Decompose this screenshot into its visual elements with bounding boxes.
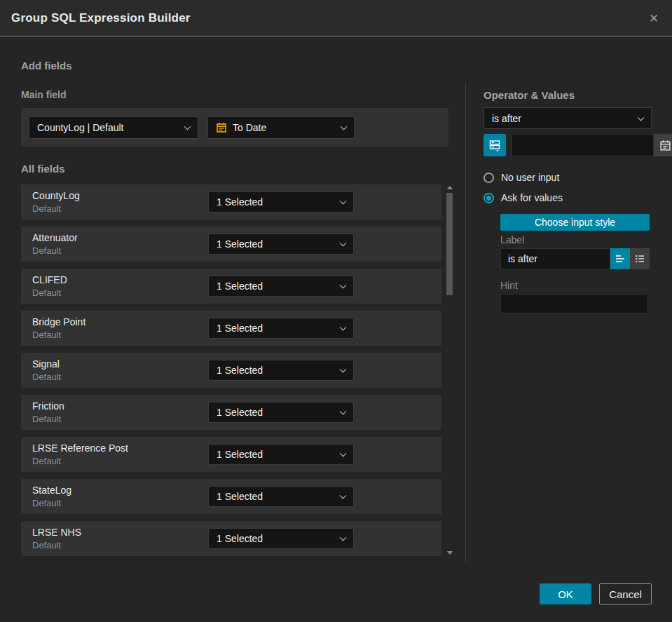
field-subtitle: Default [32,330,61,340]
list-scrollbar[interactable] [446,184,454,556]
date-picker-button[interactable] [654,134,672,156]
field-selection-dropdown[interactable]: 1 Selected [208,191,354,212]
field-selection-value: 1 Selected [217,238,263,250]
main-field-select-value: CountyLog | Default [37,122,124,133]
field-row: StateLog Default 1 Selected [21,479,441,514]
date-value-input[interactable] [512,134,654,156]
chevron-down-icon [341,123,348,130]
chevron-down-icon [340,408,347,415]
field-name: Friction [32,400,64,412]
radio-checked-icon[interactable] [484,193,494,203]
field-row: Bridge Point Default 1 Selected [21,311,441,346]
field-name: CountyLog [32,190,80,201]
field-selection-dropdown[interactable]: 1 Selected [208,486,354,507]
scrollbar-thumb[interactable] [446,193,453,295]
field-row: Attenuator Default 1 Selected [21,227,441,262]
field-selection-dropdown[interactable]: 1 Selected [208,402,354,423]
ok-button[interactable]: OK [540,583,591,604]
field-type-select[interactable]: To Date [207,116,355,139]
field-subtitle: Default [32,245,61,256]
cancel-button[interactable]: Cancel [599,583,652,604]
chevron-down-icon [340,450,347,457]
chevron-down-icon [340,282,347,289]
title-bar: Group SQL Expression Builder ✕ [0,0,672,36]
scroll-down-icon[interactable] [447,551,453,555]
field-subtitle: Default [32,203,61,214]
field-subtitle: Default [32,372,61,382]
value-input-row [484,134,652,156]
radio-ask-for-values[interactable]: Ask for values [484,192,563,203]
field-selection-value: 1 Selected [217,280,263,292]
chevron-down-icon [340,240,347,247]
field-selection-dropdown[interactable]: 1 Selected [208,528,354,549]
label-input-row [500,248,650,269]
field-selection-value: 1 Selected [217,196,263,208]
field-name: Signal [32,358,60,370]
field-row: CountyLog Default 1 Selected [21,184,441,219]
field-row: LRSE Reference Post Default 1 Selected [21,437,441,472]
chevron-down-icon [340,324,347,331]
hint-input[interactable] [500,294,648,313]
field-row: Signal Default 1 Selected [21,353,441,388]
field-subtitle: Default [32,498,61,508]
field-name: LRSE NHS [32,527,81,538]
scroll-up-icon[interactable] [447,186,453,189]
radio-no-user-input[interactable]: No user input [484,172,559,183]
list-label-style-button[interactable] [630,248,650,269]
stacked-values-icon [488,139,501,151]
value-source-toggle-button[interactable] [484,134,506,156]
operator-values-heading: Operator & Values [484,89,575,101]
field-selection-dropdown[interactable]: 1 Selected [208,360,354,381]
label-caption: Label [500,234,524,245]
field-row: CLIFED Default 1 Selected [21,269,441,304]
date-value-input-group [512,134,672,156]
field-name: Attenuator [32,232,78,243]
radio-ask-for-values-label: Ask for values [501,192,563,203]
field-selection-dropdown[interactable]: 1 Selected [208,444,354,465]
main-field-container: CountyLog | Default To Date [21,108,448,147]
field-subtitle: Default [32,540,61,550]
field-name: StateLog [32,485,71,496]
field-selection-value: 1 Selected [217,407,263,418]
close-icon[interactable]: ✕ [645,10,662,27]
chevron-down-icon [340,492,347,499]
field-selection-dropdown[interactable]: 1 Selected [208,276,354,297]
chevron-down-icon [340,366,347,373]
choose-input-style-button[interactable]: Choose input style [500,214,650,231]
main-field-select[interactable]: CountyLog | Default [29,116,198,139]
field-selection-value: 1 Selected [217,449,263,460]
field-name: CLIFED [32,274,67,285]
field-selection-value: 1 Selected [217,365,263,376]
add-fields-heading: Add fields [21,60,72,72]
radio-unchecked-icon[interactable] [484,173,494,183]
field-selection-value: 1 Selected [217,323,263,334]
field-row: LRSE NHS Default 1 Selected [21,521,441,556]
calendar-date-icon [216,122,227,133]
radio-no-user-input-label: No user input [501,172,559,183]
field-name: Bridge Point [32,316,85,327]
field-selection-dropdown[interactable]: 1 Selected [208,318,354,339]
all-fields-list: CountyLog Default 1 Selected Attenuator … [21,184,441,563]
align-left-icon [615,254,626,264]
chevron-down-icon [340,534,347,541]
field-selection-value: 1 Selected [217,491,263,502]
main-field-label: Main field [21,89,67,100]
calendar-icon [659,140,671,151]
field-selection-dropdown[interactable]: 1 Selected [208,234,354,255]
group-sql-expression-builder-dialog: Group SQL Expression Builder ✕ Add field… [0,0,672,622]
dialog-title: Group SQL Expression Builder [11,11,191,25]
field-selection-value: 1 Selected [217,533,263,544]
hint-caption: Hint [500,280,518,291]
field-subtitle: Default [32,456,61,466]
operator-select[interactable]: is after [484,107,652,129]
chevron-down-icon [340,198,347,205]
field-name: LRSE Reference Post [32,442,128,454]
label-input[interactable] [500,248,610,269]
field-type-select-value: To Date [233,122,266,133]
single-line-label-style-button[interactable] [610,248,630,269]
operator-select-value: is after [492,113,521,124]
field-subtitle: Default [32,414,61,424]
panel-divider [465,83,466,562]
chevron-down-icon [638,114,645,121]
chevron-down-icon [184,123,191,130]
